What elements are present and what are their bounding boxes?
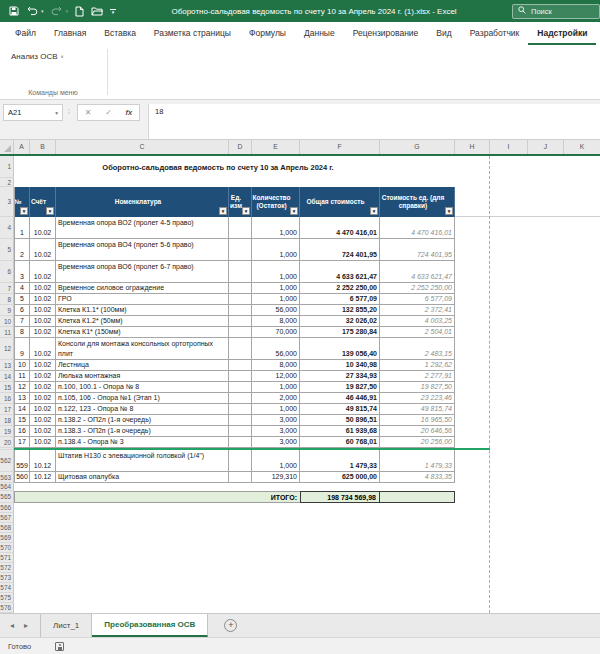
cell-nomenclature[interactable]: Консоли для монтажа консольных ортотропн… (56, 338, 229, 360)
cell-account[interactable]: 10.02 (30, 360, 56, 371)
cell-nomenclature[interactable]: Временное силовое ограждение (56, 283, 229, 294)
cell-unit-cost[interactable]: 1 292,62 (380, 360, 455, 371)
cell-number[interactable]: 15 (14, 415, 30, 426)
row-header[interactable]: 570 (0, 543, 14, 553)
add-sheet-icon[interactable]: + (224, 619, 237, 632)
cell-nomenclature[interactable]: Клетка К1.1* (100мм) (56, 305, 229, 316)
cell-total[interactable]: 60 768,01 (300, 437, 380, 448)
cell-qty[interactable]: 12,000 (252, 371, 300, 382)
sheet-tab-Лист_1[interactable]: Лист_1 (41, 614, 92, 637)
cell-total[interactable]: 61 939,68 (300, 426, 380, 437)
new-file-icon[interactable] (75, 6, 84, 17)
filter-icon[interactable]: ▾ (46, 207, 54, 215)
cell-account[interactable]: 10.02 (30, 305, 56, 316)
row-header[interactable]: 565 (0, 491, 14, 503)
ribbon-tab-Файл[interactable]: Файл (6, 22, 45, 45)
name-box[interactable]: A21▾ (3, 104, 63, 121)
cell-nomenclature[interactable]: п.100, 100.1 - Опора № 8 (56, 382, 229, 393)
row-filler[interactable] (455, 294, 490, 305)
column-header-J[interactable]: J (528, 140, 564, 154)
row-header[interactable]: 14 (0, 371, 14, 382)
cell-unit[interactable] (229, 371, 252, 382)
cell-unit[interactable] (229, 472, 252, 483)
row-header[interactable]: 16 (0, 393, 14, 404)
row-header[interactable]: 562 (0, 450, 14, 472)
cell-number[interactable]: 16 (14, 426, 30, 437)
filter-icon[interactable]: ▾ (445, 207, 453, 215)
row-header[interactable]: 572 (0, 563, 14, 573)
cell-nomenclature[interactable]: ГРО (56, 294, 229, 305)
cell-total[interactable]: 4 470 416,01 (300, 217, 380, 239)
cell-number[interactable]: 12 (14, 382, 30, 393)
row-header[interactable]: 568 (0, 523, 14, 533)
row-filler[interactable] (455, 239, 490, 261)
cell-unit[interactable] (229, 316, 252, 327)
cell-unit-cost[interactable]: 49 815,74 (380, 404, 455, 415)
row-filler[interactable] (455, 371, 490, 382)
cell-unit[interactable] (229, 415, 252, 426)
cell-unit[interactable] (229, 450, 252, 472)
cell-number[interactable]: 8 (14, 327, 30, 338)
cell-qty[interactable]: 1,000 (252, 217, 300, 239)
cell-qty[interactable]: 2,000 (252, 393, 300, 404)
cell-qty[interactable]: 129,310 (252, 472, 300, 483)
row-header[interactable]: 571 (0, 553, 14, 563)
cell-unit-cost[interactable]: 2 252 250,00 (380, 283, 455, 294)
cell-total[interactable]: 6 577,09 (300, 294, 380, 305)
cell-unit-cost[interactable]: 2 483,15 (380, 338, 455, 360)
cell-account[interactable]: 10.02 (30, 239, 56, 261)
column-header-C[interactable]: C (56, 140, 229, 154)
cell-total[interactable]: 139 056,40 (300, 338, 380, 360)
cell-number[interactable]: 5 (14, 294, 30, 305)
cell-qty[interactable]: 56,000 (252, 305, 300, 316)
cell-qty[interactable]: 3,000 (252, 415, 300, 426)
row-filler[interactable] (455, 393, 490, 404)
cell-unit-cost[interactable]: 20 646,56 (380, 426, 455, 437)
cell-nomenclature[interactable]: Клетка К1.2* (50мм) (56, 316, 229, 327)
cell-total[interactable]: 46 446,91 (300, 393, 380, 404)
cell-account[interactable]: 10.02 (30, 404, 56, 415)
row-filler[interactable] (455, 305, 490, 316)
ribbon-tab-Разметка страницы[interactable]: Разметка страницы (145, 22, 240, 45)
cell-total[interactable]: 50 896,51 (300, 415, 380, 426)
row-header[interactable]: 10 (0, 316, 14, 327)
cell-account[interactable]: 10.02 (30, 437, 56, 448)
name-box-caret-icon[interactable]: ▾ (55, 110, 58, 116)
cell-unit-cost[interactable]: 4 470 416,01 (380, 217, 455, 239)
cell-total[interactable]: 10 340,98 (300, 360, 380, 371)
save-icon[interactable] (9, 6, 19, 16)
column-header-D[interactable]: D (229, 140, 252, 154)
select-all-corner[interactable] (0, 140, 14, 154)
cell-unit[interactable] (229, 239, 252, 261)
formula-bar-splitter[interactable]: ⁞ (68, 108, 70, 115)
enter-icon[interactable]: ✓ (105, 108, 112, 117)
cell-account[interactable]: 10.02 (30, 283, 56, 294)
row-filler[interactable] (455, 327, 490, 338)
cell-account[interactable]: 10.02 (30, 327, 56, 338)
column-header-H[interactable]: H (455, 140, 490, 154)
cell-number[interactable]: 4 (14, 283, 30, 294)
row-filler[interactable] (455, 426, 490, 437)
row-header[interactable]: 576 (0, 603, 14, 613)
cell-unit-cost[interactable]: 20 256,00 (380, 437, 455, 448)
ribbon-tab-Главная[interactable]: Главная (45, 22, 95, 45)
row-header[interactable]: 7 (0, 283, 14, 294)
cell-number[interactable]: 3 (14, 261, 30, 283)
cell-qty[interactable]: 3,000 (252, 426, 300, 437)
ribbon-tab-Разработчик[interactable]: Разработчик (461, 22, 529, 45)
cell-qty[interactable]: 1,000 (252, 283, 300, 294)
column-header-K[interactable]: K (564, 140, 600, 154)
cell-number[interactable]: 560 (14, 472, 30, 483)
row-filler[interactable] (455, 450, 490, 472)
row-filler[interactable] (455, 437, 490, 448)
sheet-title-cell[interactable]: Оборотно-сальдовая ведомость по счету 10… (56, 156, 380, 178)
column-header-A[interactable]: A (14, 140, 30, 154)
addin-menu-button[interactable]: Анализ ОСВ˅ (11, 52, 64, 61)
cell-nomenclature[interactable]: п.138.4 - Опора № 3 (56, 437, 229, 448)
cell-qty[interactable]: 56,000 (252, 338, 300, 360)
cell-nomenclature[interactable]: Люлька монтажная (56, 371, 229, 382)
cell-total[interactable]: 27 334,93 (300, 371, 380, 382)
row-header[interactable]: 573 (0, 573, 14, 583)
filter-icon[interactable]: ▾ (370, 207, 378, 215)
row-filler[interactable] (455, 404, 490, 415)
